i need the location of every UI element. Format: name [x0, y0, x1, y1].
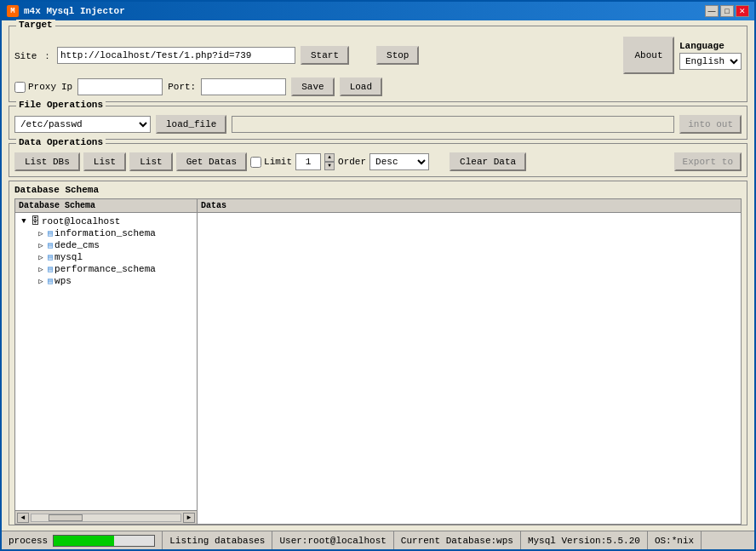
limit-checkbox-label[interactable]: Limit	[250, 157, 292, 168]
list-dbs-button[interactable]: List DBs	[14, 152, 80, 171]
schema-tree-pane: Database Schema ▼ 🗄 root@localhost ▷ ▤ i…	[14, 198, 198, 525]
progress-bar-container	[53, 535, 155, 547]
file-ops-label: File Operations	[16, 100, 106, 110]
root-node-label: root@localhost	[42, 216, 120, 227]
datas-pane: Datas	[198, 198, 742, 525]
proxy-checkbox[interactable]	[14, 82, 26, 93]
expand-icon: ▷	[36, 228, 46, 238]
schema-left-title: Database Schema	[15, 199, 197, 213]
language-section: Language English Chinese	[679, 41, 742, 70]
order-select[interactable]: Desc Asc	[369, 153, 429, 170]
main-window: M m4x Mysql Injector — □ ✕ Target Site ：…	[0, 0, 756, 551]
db-item-icon: ▤	[48, 276, 53, 286]
limit-checkbox[interactable]	[250, 157, 261, 168]
expand-icon: ▷	[36, 276, 46, 286]
expand-icon: ▷	[36, 252, 46, 262]
db-item-name: information_schema	[54, 228, 156, 238]
minimize-button[interactable]: —	[705, 5, 719, 17]
user-cell: User:root@localhost	[272, 531, 393, 549]
load-button[interactable]: Load	[340, 77, 382, 96]
db-schema-section-title: Database Schema	[14, 185, 742, 195]
file-path-select[interactable]: /etc/passwd /etc/shadow /etc/hosts	[14, 116, 151, 133]
clear-data-button[interactable]: Clear Data	[450, 152, 526, 171]
tree-scrollbar[interactable]: ◄ ►	[15, 510, 197, 524]
list-item[interactable]: ▷ ▤ information_schema	[34, 227, 195, 239]
tree-area[interactable]: ▼ 🗄 root@localhost ▷ ▤ information_schem…	[15, 213, 197, 510]
list-item[interactable]: ▷ ▤ wps	[34, 275, 195, 287]
status-bar: process Listing databases User:root@loca…	[2, 531, 754, 549]
language-label: Language	[679, 41, 724, 51]
listing-text: Listing databases	[169, 536, 265, 546]
get-datas-button[interactable]: Get Datas	[176, 152, 247, 171]
process-label: process	[9, 536, 48, 546]
db-item-name: performance_schema	[54, 264, 156, 274]
db-item-icon: ▤	[48, 264, 53, 274]
data-ops-group: Data Operations List DBs List List Get D…	[9, 143, 747, 177]
db-item-name: dede_cms	[54, 240, 100, 250]
root-expand-icon[interactable]: ▼	[19, 216, 29, 227]
db-text: Current Database:wps	[401, 536, 513, 546]
port-input[interactable]	[201, 78, 286, 95]
db-schema-section: Database Schema Database Schema ▼ 🗄 root…	[9, 181, 747, 525]
about-button[interactable]: About	[623, 37, 674, 74]
title-controls: — □ ✕	[705, 5, 749, 17]
list-item[interactable]: ▷ ▤ performance_schema	[34, 263, 195, 275]
maximize-button[interactable]: □	[720, 5, 734, 17]
db-item-icon: ▤	[48, 228, 53, 238]
listing-cell: Listing databases	[163, 531, 272, 549]
db-cell: Current Database:wps	[394, 531, 521, 549]
file-ops-group: File Operations /etc/passwd /etc/shadow …	[9, 106, 747, 140]
proxy-label: Proxy	[28, 82, 56, 92]
target-label: Target	[16, 20, 55, 30]
list-item[interactable]: ▷ ▤ dede_cms	[34, 239, 195, 251]
title-bar: M m4x Mysql Injector — □ ✕	[2, 2, 754, 20]
file-output	[232, 116, 674, 133]
scroll-thumb[interactable]	[49, 514, 83, 521]
db-icon: 🗄	[31, 215, 40, 227]
into-out-button[interactable]: into out	[679, 115, 742, 134]
order-label: Order	[338, 157, 366, 167]
stop-button[interactable]: Stop	[376, 46, 419, 65]
db-item-name: mysql	[54, 252, 83, 262]
proxy-checkbox-label[interactable]: Proxy	[14, 82, 56, 93]
expand-icon: ▷	[36, 264, 46, 274]
start-button[interactable]: Start	[301, 46, 349, 65]
main-content: Target Site ： Start Stop About Language …	[2, 20, 754, 531]
ip-label: Ip	[61, 82, 72, 92]
tree-children: ▷ ▤ information_schema ▷ ▤ dede_cms ▷	[34, 227, 195, 287]
port-label: Port:	[168, 82, 196, 92]
list-item[interactable]: ▷ ▤ mysql	[34, 251, 195, 263]
datas-title: Datas	[198, 199, 741, 213]
site-label: Site ：	[14, 49, 52, 62]
scroll-right-btn[interactable]: ►	[183, 513, 195, 523]
user-text: User:root@localhost	[279, 536, 386, 546]
title-bar-text: M m4x Mysql Injector	[7, 5, 125, 17]
window-title: m4x Mysql Injector	[24, 6, 125, 16]
target-group: Target Site ： Start Stop About Language …	[9, 26, 747, 102]
language-select[interactable]: English Chinese	[679, 53, 742, 70]
os-cell: OS:*nix	[648, 531, 702, 549]
tree-root[interactable]: ▼ 🗄 root@localhost	[17, 215, 195, 227]
scroll-left-btn[interactable]: ◄	[17, 513, 29, 523]
ip-input[interactable]	[77, 78, 163, 95]
app-icon: M	[7, 5, 19, 17]
limit-spinner[interactable]: ▲ ▼	[324, 153, 335, 170]
db-item-icon: ▤	[48, 252, 53, 262]
schema-content: Database Schema ▼ 🗄 root@localhost ▷ ▤ i…	[14, 198, 742, 525]
close-button[interactable]: ✕	[736, 5, 749, 17]
expand-icon: ▷	[36, 240, 46, 250]
export-to-button[interactable]: Export to	[674, 152, 742, 171]
spin-up[interactable]: ▲	[324, 153, 335, 162]
save-button[interactable]: Save	[291, 77, 334, 96]
list2-button[interactable]: List	[129, 152, 172, 171]
data-ops-label: Data Operations	[16, 137, 106, 147]
db-item-name: wps	[54, 276, 72, 286]
os-text: OS:*nix	[655, 536, 694, 546]
load-file-button[interactable]: load_file	[156, 115, 226, 134]
spin-down[interactable]: ▼	[324, 162, 335, 170]
site-input[interactable]	[57, 47, 295, 64]
version-text: Mysql Version:5.5.20	[528, 536, 640, 546]
scroll-track[interactable]	[31, 514, 181, 522]
list1-button[interactable]: List	[83, 152, 126, 171]
limit-input[interactable]	[295, 153, 321, 170]
